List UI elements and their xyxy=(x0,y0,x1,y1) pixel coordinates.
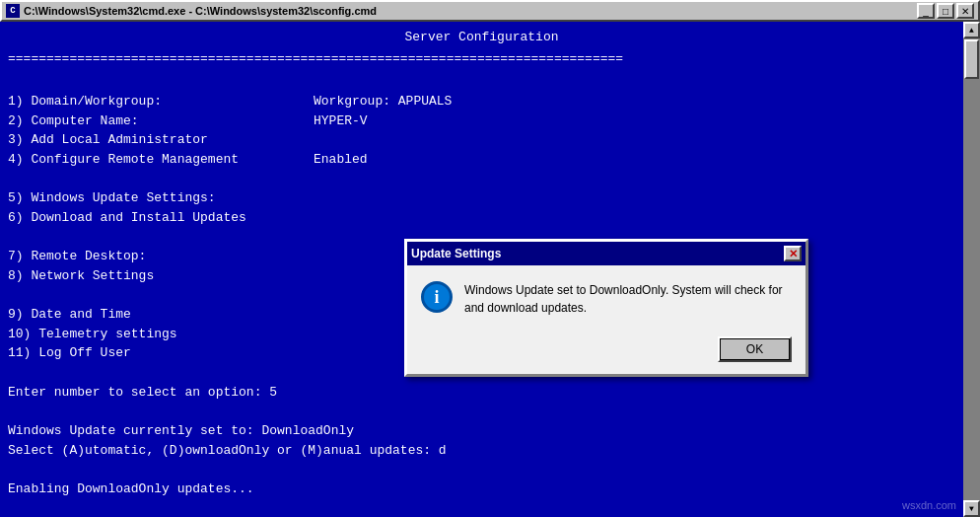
dialog-message-line1: Windows Update set to DownloadOnly. Syst… xyxy=(464,283,783,297)
info-icon: i xyxy=(421,281,453,313)
server-config-title: Server Configuration xyxy=(8,28,955,47)
minimize-button[interactable]: _ xyxy=(917,3,935,19)
prompt-line-2: Windows Update currently set to: Downloa… xyxy=(8,421,955,441)
menu-item-6: 5) Windows Update Settings: xyxy=(8,190,216,205)
title-bar: C C:\Windows\System32\cmd.exe - C:\Windo… xyxy=(0,0,980,22)
menu-item-2: 2) Computer Name: xyxy=(8,111,314,131)
menu-value-4: Enabled xyxy=(314,150,368,170)
menu-row-3: 3) Add Local Administrator xyxy=(8,130,955,150)
scrollbar[interactable]: ▲ ▼ xyxy=(963,22,980,517)
menu-value-1: Workgroup: APPUALS xyxy=(314,92,452,111)
cmd-icon: C xyxy=(6,4,20,18)
dialog-content-row: i Windows Update set to DownloadOnly. Sy… xyxy=(421,281,792,317)
close-button[interactable]: ✕ xyxy=(956,3,974,19)
prompt-line-1: Enter number to select an option: 5 xyxy=(8,383,955,403)
cmd-body: Server Configuration ===================… xyxy=(0,22,980,517)
menu-item-7: 6) Download and Install Updates xyxy=(8,208,314,228)
dialog-message: Windows Update set to DownloadOnly. Syst… xyxy=(464,281,792,317)
title-bar-left: C C:\Windows\System32\cmd.exe - C:\Windo… xyxy=(6,4,377,18)
dialog-body: i Windows Update set to DownloadOnly. Sy… xyxy=(407,265,805,374)
watermark: wsxdn.com xyxy=(902,499,956,511)
menu-item-4: 4) Configure Remote Management xyxy=(8,150,314,170)
menu-item-12: 10) Telemetry settings xyxy=(8,327,177,341)
title-bar-buttons: _ □ ✕ xyxy=(917,3,974,19)
update-settings-dialog[interactable]: Update Settings ✕ i Windows Update set t… xyxy=(404,239,808,377)
dialog-title: Update Settings xyxy=(411,247,501,260)
scroll-thumb[interactable] xyxy=(964,39,979,79)
scroll-down-arrow[interactable]: ▼ xyxy=(963,500,980,517)
menu-row-7: 6) Download and Install Updates xyxy=(8,208,955,228)
dialog-buttons: OK xyxy=(421,332,792,362)
menu-row-4: 4) Configure Remote Management Enabled xyxy=(8,150,955,170)
dialog-close-button[interactable]: ✕ xyxy=(784,246,802,261)
dialog-title-bar: Update Settings ✕ xyxy=(407,242,805,265)
menu-value-2: HYPER-V xyxy=(314,111,368,131)
menu-item-1: 1) Domain/Workgroup: xyxy=(8,92,314,111)
menu-item-8: 7) Remote Desktop: xyxy=(8,249,146,263)
menu-row-1: 1) Domain/Workgroup: Workgroup: APPUALS xyxy=(8,92,955,111)
menu-row-2: 2) Computer Name: HYPER-V xyxy=(8,111,955,131)
separator: ========================================… xyxy=(8,49,955,69)
menu-item-3: 3) Add Local Administrator xyxy=(8,132,208,147)
ok-button[interactable]: OK xyxy=(718,336,792,362)
menu-item-14: 11) Log Off User xyxy=(8,345,131,360)
dialog-message-line2: and download updates. xyxy=(464,301,587,315)
menu-item-11: 9) Date and Time xyxy=(8,307,131,322)
prompt-line-3: Select (A)utomatic, (D)ownloadOnly or (M… xyxy=(8,441,955,461)
prompt-line-4: Enabling DownloadOnly updates... xyxy=(8,480,955,499)
menu-row-6: 5) Windows Update Settings: xyxy=(8,188,955,208)
scroll-up-arrow[interactable]: ▲ xyxy=(963,22,980,38)
window-title: C:\Windows\System32\cmd.exe - C:\Windows… xyxy=(24,5,377,17)
scroll-track[interactable] xyxy=(963,38,980,500)
menu-item-10: 8) Network Settings xyxy=(8,266,314,286)
maximize-button[interactable]: □ xyxy=(937,3,954,19)
